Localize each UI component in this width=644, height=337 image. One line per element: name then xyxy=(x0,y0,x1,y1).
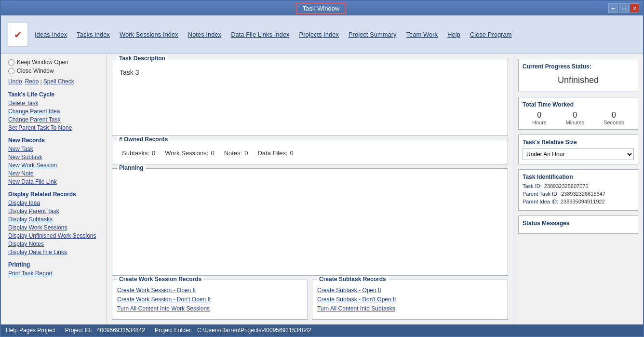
datafiles-value: 0 xyxy=(290,149,294,157)
display-section-title: Display Related Records xyxy=(8,191,99,198)
datafiles-label: Data Files: xyxy=(257,149,287,157)
close-window-radio[interactable] xyxy=(8,68,14,74)
id-section-title: Task Identification xyxy=(523,174,634,180)
task-description-text[interactable]: Task 3 xyxy=(117,66,503,79)
sidebar-display-subtasks[interactable]: Display Subtasks xyxy=(8,216,99,223)
menu-items: Ideas Index Tasks Index Work Sessions In… xyxy=(35,31,512,38)
menu-datafile-index[interactable]: Data File Links Index xyxy=(231,31,289,38)
sidebar-set-parent-none[interactable]: Set Parent Task To None xyxy=(8,124,99,131)
maximize-button[interactable]: □ xyxy=(619,3,629,13)
main-window: Task Window ─ □ ✕ Ideas Index Tasks Inde… xyxy=(0,0,644,337)
spell-check-link[interactable]: Spell Check xyxy=(43,78,74,85)
create-ws-panel: Create Work Session Records Create Work … xyxy=(112,280,308,320)
sidebar-display-data-file-links[interactable]: Display Data File Links xyxy=(8,249,99,256)
sidebar-display-unfinished-ws[interactable]: Display Unfinished Work Sessions xyxy=(8,232,99,239)
task-id-label: Task ID: xyxy=(523,183,542,189)
minutes-cell: 0 Minutes xyxy=(565,111,584,125)
seconds-label: Seconds xyxy=(604,120,624,125)
sidebar-new-note[interactable]: New Note xyxy=(8,170,99,177)
hours-value: 0 xyxy=(537,111,541,120)
size-select[interactable]: Under An Hour One Hour Half Day Full Day… xyxy=(523,148,634,160)
menu-ideas-index[interactable]: Ideas Index xyxy=(35,31,67,38)
minimize-button[interactable]: ─ xyxy=(608,3,618,13)
size-section: Task's Relative Size Under An Hour One H… xyxy=(518,135,638,164)
sidebar-display-work-sessions[interactable]: Display Work Sessions xyxy=(8,224,99,231)
time-section-title: Total Time Worked xyxy=(523,101,634,108)
subtasks-count: Subtasks: 0 xyxy=(122,149,155,157)
parent-idea-id-row: Parent Idea ID: 238935094911922 xyxy=(523,199,634,204)
menu-close-program[interactable]: Close Program xyxy=(470,31,512,38)
menu-tasks-index[interactable]: Tasks Index xyxy=(77,31,110,38)
notes-value: 0 xyxy=(244,149,248,157)
sidebar-new-work-session[interactable]: New Work Session xyxy=(8,162,99,169)
menu-team-work[interactable]: Team Work xyxy=(406,31,438,38)
keep-window-label[interactable]: Keep Window Open xyxy=(17,59,68,66)
menu-projects-index[interactable]: Projects Index xyxy=(299,31,339,38)
main-content-area: Task Description Task 3 # Owned Records … xyxy=(107,54,513,324)
create-ws-open-link[interactable]: Create Work Session - Open It xyxy=(117,287,303,294)
sidebar-display-notes[interactable]: Display Notes xyxy=(8,241,99,247)
create-subtask-nopen-link[interactable]: Create Subtask - Don't Open It xyxy=(317,296,503,303)
lifecycle-section-title: Task's Life Cycle xyxy=(8,91,99,98)
sidebar-display-parent-task[interactable]: Display Parent Task xyxy=(8,208,99,215)
close-window-button[interactable]: ✕ xyxy=(630,3,639,13)
create-subtask-panel-title: Create Subtask Records xyxy=(317,276,388,283)
task-id-value: 238932325607070 xyxy=(544,183,589,189)
status-folder-label: Project Folder: xyxy=(155,327,192,334)
parent-task-id-value: 238932326615647 xyxy=(561,191,605,197)
parent-task-id-row: Parent Task ID: 238932326615647 xyxy=(523,191,634,197)
redo-link[interactable]: Redo xyxy=(25,78,39,85)
time-row: 0 Hours 0 Minutes 0 Seconds xyxy=(523,111,634,125)
menu-help[interactable]: Help xyxy=(447,31,460,38)
content-area: Keep Window Open Close Window Undo Redo … xyxy=(1,54,643,324)
keep-window-radio[interactable] xyxy=(8,59,14,66)
parent-task-id-label: Parent Task ID: xyxy=(523,191,559,197)
menu-bar: Ideas Index Tasks Index Work Sessions In… xyxy=(1,15,643,54)
app-logo xyxy=(8,23,28,47)
owned-records-panel-title: # Owned Records xyxy=(117,136,170,143)
title-bar-controls: ─ □ ✕ xyxy=(608,3,639,13)
sidebar-display-idea[interactable]: Display Idea xyxy=(8,200,99,206)
seconds-value: 0 xyxy=(612,111,616,120)
sidebar-new-task[interactable]: New Task xyxy=(8,146,99,152)
close-window-label[interactable]: Close Window xyxy=(17,67,54,74)
turn-content-ws-link[interactable]: Turn All Content Into Work Sessions xyxy=(117,305,303,312)
sidebar-change-parent-task[interactable]: Change Parent Task xyxy=(8,116,99,123)
seconds-cell: 0 Seconds xyxy=(604,111,624,125)
sidebar-change-parent-idea[interactable]: Change Parent Idea xyxy=(8,108,99,115)
turn-content-subtask-link[interactable]: Turn All Content Into Subtasks xyxy=(317,305,503,312)
subtasks-label: Subtasks: xyxy=(122,149,149,157)
close-window-radio-row: Close Window xyxy=(8,67,99,74)
sidebar-new-data-file-link[interactable]: New Data File Link xyxy=(8,178,99,185)
keep-window-radio-row: Keep Window Open xyxy=(8,59,99,66)
status-bar: Help Pages Project Project ID: 400956931… xyxy=(1,324,643,336)
size-section-title: Task's Relative Size xyxy=(523,139,634,146)
sidebar-new-subtask[interactable]: New Subtask xyxy=(8,154,99,161)
subtasks-value: 0 xyxy=(152,149,155,157)
progress-value: Unfinished xyxy=(523,73,634,88)
title-bar: Task Window ─ □ ✕ xyxy=(1,1,643,15)
edit-actions: Undo Redo | Spell Check xyxy=(8,78,99,85)
right-panel: Current Progress Status: Unfinished Tota… xyxy=(513,54,643,324)
ws-count: Work Sessions: 0 xyxy=(165,149,214,157)
menu-ws-index[interactable]: Work Sessions Index xyxy=(120,31,178,38)
sidebar-delete-task[interactable]: Delete Task xyxy=(8,100,99,107)
sidebar-print-task-report[interactable]: Print Task Report xyxy=(8,270,99,277)
progress-section: Current Progress Status: Unfinished xyxy=(518,59,638,92)
menu-notes-index[interactable]: Notes Index xyxy=(188,31,221,38)
ws-label: Work Sessions: xyxy=(165,149,208,157)
window-title: Task Window xyxy=(296,3,347,14)
status-project-id-value: 400956931534842 xyxy=(97,327,145,334)
status-project-id: Project ID: 400956931534842 xyxy=(65,327,145,334)
title-bar-title: Task Window xyxy=(34,5,608,12)
new-records-section-title: New Records xyxy=(8,137,99,144)
create-ws-nopen-link[interactable]: Create Work Session - Don't Open It xyxy=(117,296,303,303)
printing-section-title: Printing xyxy=(8,261,99,268)
menu-project-summary[interactable]: Project Summary xyxy=(349,31,397,38)
create-subtask-open-link[interactable]: Create Subtask - Open It xyxy=(317,287,503,294)
hours-cell: 0 Hours xyxy=(532,111,546,125)
bottom-panels: Create Work Session Records Create Work … xyxy=(112,280,508,320)
undo-link[interactable]: Undo xyxy=(8,78,22,85)
id-section: Task Identification Task ID: 23893232560… xyxy=(518,169,638,211)
minutes-label: Minutes xyxy=(565,120,584,125)
